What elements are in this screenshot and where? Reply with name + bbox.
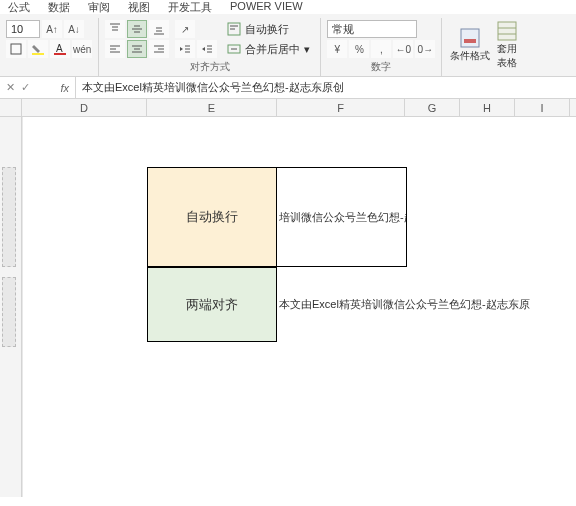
align-center-icon[interactable] xyxy=(127,40,147,58)
conditional-format-label: 条件格式 xyxy=(450,49,490,63)
chevron-down-icon: ▾ xyxy=(304,43,310,56)
percent-icon[interactable]: % xyxy=(349,40,369,58)
menu-item[interactable]: POWER VIEW xyxy=(230,0,303,14)
svg-rect-1 xyxy=(32,53,44,55)
cell-justify[interactable]: 两端对齐 xyxy=(147,267,277,342)
cancel-icon[interactable]: ✕ xyxy=(6,81,15,94)
number-group: 常规 ¥ % , ←0 0→ 数字 xyxy=(321,18,442,76)
menu-item[interactable]: 审阅 xyxy=(88,0,110,14)
menu-item[interactable]: 视图 xyxy=(128,0,150,14)
increase-decimal-icon[interactable]: ←0 xyxy=(393,40,413,58)
merge-center-label: 合并后居中 xyxy=(245,42,300,57)
svg-rect-33 xyxy=(461,29,479,47)
font-color-icon[interactable]: A xyxy=(50,40,70,58)
menu-item[interactable]: 公式 xyxy=(8,0,30,14)
increase-font-icon[interactable]: A↑ xyxy=(42,20,62,38)
column-header[interactable]: I xyxy=(515,99,570,116)
align-middle-icon[interactable] xyxy=(127,20,147,38)
menu-item[interactable]: 数据 xyxy=(48,0,70,14)
decrease-decimal-icon[interactable]: 0→ xyxy=(415,40,435,58)
formula-bar: ✕ ✓ fx 本文由Excel精英培训微信公众号兰色幻想-赵志东原创 xyxy=(0,77,576,99)
conditional-format-button[interactable]: 条件格式 xyxy=(448,20,492,70)
row-headers xyxy=(0,117,22,497)
align-right-icon[interactable] xyxy=(149,40,169,58)
menu-bar: 公式 数据 审阅 视图 开发工具 POWER VIEW xyxy=(0,0,576,14)
column-header[interactable]: H xyxy=(460,99,515,116)
decrease-indent-icon[interactable] xyxy=(175,40,195,58)
alignment-group: ↗ 自动换行 合并后居中 ▾ 对齐方式 xyxy=(99,18,321,76)
grid[interactable]: 自动换行 培训微信公众号兰色幻想-赵志东原创 两端对齐 本文由Excel精英培训… xyxy=(0,117,576,497)
wrap-text-button[interactable]: 自动换行 xyxy=(223,20,314,38)
select-all-corner[interactable] xyxy=(0,99,22,116)
font-size-input[interactable]: 10 xyxy=(6,20,40,38)
cell-auto-wrap[interactable]: 自动换行 xyxy=(147,167,277,267)
column-header[interactable]: E xyxy=(147,99,277,116)
column-header[interactable]: G xyxy=(405,99,460,116)
fx-icon[interactable]: fx xyxy=(36,77,76,98)
menu-item[interactable]: 开发工具 xyxy=(168,0,212,14)
svg-rect-0 xyxy=(11,44,21,54)
increase-indent-icon[interactable] xyxy=(197,40,217,58)
svg-rect-3 xyxy=(54,53,66,55)
comma-icon[interactable]: , xyxy=(371,40,391,58)
merge-center-button[interactable]: 合并后居中 ▾ xyxy=(223,40,314,58)
row-selection-indicator xyxy=(2,167,16,267)
align-bottom-icon[interactable] xyxy=(149,20,169,38)
column-header[interactable]: D xyxy=(22,99,147,116)
enter-icon[interactable]: ✓ xyxy=(21,81,30,94)
orientation-icon[interactable]: ↗ xyxy=(175,20,195,38)
table-style-button[interactable]: 套用 表格 xyxy=(492,20,522,70)
decrease-font-icon[interactable]: A↓ xyxy=(64,20,84,38)
svg-rect-35 xyxy=(498,22,516,40)
font-group: 10 A↑ A↓ A wén xyxy=(0,18,99,76)
svg-text:A: A xyxy=(56,43,63,54)
formula-input[interactable]: 本文由Excel精英培训微信公众号兰色幻想-赵志东原创 xyxy=(76,80,576,95)
number-format-dropdown[interactable]: 常规 xyxy=(327,20,417,38)
wrap-text-label: 自动换行 xyxy=(245,22,289,37)
align-left-icon[interactable] xyxy=(105,40,125,58)
currency-icon[interactable]: ¥ xyxy=(327,40,347,58)
cell-text-1[interactable]: 培训微信公众号兰色幻想-赵志东原创 xyxy=(277,167,407,267)
alignment-group-label: 对齐方式 xyxy=(190,60,230,74)
align-top-icon[interactable] xyxy=(105,20,125,38)
column-headers: D E F G H I xyxy=(0,99,576,117)
border-icon[interactable] xyxy=(6,40,26,58)
phonetic-icon[interactable]: wén xyxy=(72,40,92,58)
fill-color-icon[interactable] xyxy=(28,40,48,58)
svg-rect-34 xyxy=(464,39,476,43)
spreadsheet: D E F G H I 自动换行 培训微信公众号兰色幻想-赵志东原创 两端对齐 … xyxy=(0,99,576,497)
column-header[interactable]: F xyxy=(277,99,405,116)
number-group-label: 数字 xyxy=(371,60,391,74)
ribbon: 10 A↑ A↓ A wén ↗ xyxy=(0,14,576,77)
row-selection-indicator xyxy=(2,277,16,347)
styles-group: 条件格式 套用 表格 xyxy=(442,18,528,76)
table-style-label: 套用 表格 xyxy=(497,42,517,70)
cell-text-2[interactable]: 本文由Excel精英培训微信公众号兰色幻想-赵志东原 xyxy=(279,297,530,312)
